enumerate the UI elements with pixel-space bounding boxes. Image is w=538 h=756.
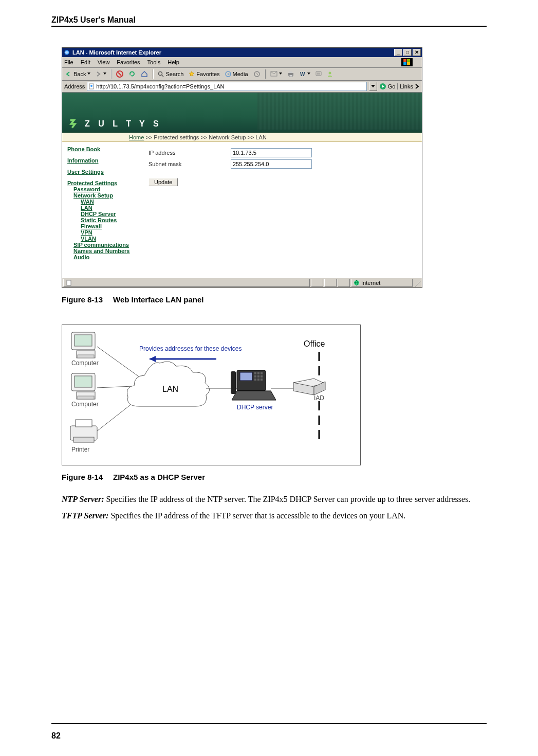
svg-rect-42 xyxy=(240,372,252,381)
computer-icon xyxy=(71,332,95,358)
crumb-home[interactable]: Home xyxy=(129,134,144,140)
mask-input[interactable] xyxy=(231,159,312,169)
ntp-term: NTP Server: xyxy=(62,495,104,503)
search-button[interactable]: Search xyxy=(156,71,185,77)
address-dropdown[interactable] xyxy=(369,82,377,91)
nav-vlan[interactable]: VLAN xyxy=(81,236,144,242)
edit-button[interactable]: W xyxy=(298,71,312,77)
address-input[interactable]: http://10.1.73.5/mp4xconfig?action=PSett… xyxy=(87,82,366,91)
svg-rect-34 xyxy=(76,420,92,427)
nav-names-numbers[interactable]: Names and Numbers xyxy=(73,248,144,254)
banner-photo xyxy=(257,93,422,130)
address-label: Address xyxy=(64,83,85,89)
zone-cell: Internet xyxy=(351,279,413,287)
lan-cloud xyxy=(127,362,210,406)
svg-rect-47 xyxy=(257,375,259,377)
svg-point-21 xyxy=(90,85,92,87)
close-button[interactable]: ✕ xyxy=(413,49,421,56)
history-button[interactable] xyxy=(252,70,262,78)
nav-network-setup[interactable]: Network Setup xyxy=(73,192,144,199)
fig-title: ZIP4x5 as a DHCP Server xyxy=(113,473,205,481)
ip-label: IP address xyxy=(149,150,231,156)
ip-input[interactable] xyxy=(231,148,312,157)
figure-8-14-diagram: Computer Computer Printer xyxy=(62,325,361,465)
minimize-button[interactable]: _ xyxy=(394,49,402,56)
svg-rect-32 xyxy=(78,396,94,399)
crumb-sep: >> xyxy=(246,134,256,140)
iad-label: IAD xyxy=(314,394,324,402)
nav-dhcp[interactable]: DHCP Server xyxy=(81,211,144,217)
office-label: Office xyxy=(304,339,325,348)
back-button[interactable]: Back xyxy=(64,71,92,77)
svg-rect-49 xyxy=(254,379,256,381)
update-button[interactable]: Update xyxy=(149,178,178,186)
svg-rect-52 xyxy=(231,371,236,394)
media-label: Media xyxy=(233,71,248,77)
nav-protected-settings[interactable]: Protected Settings xyxy=(67,180,144,186)
tftp-text: Specifies the IP address of the TFTP ser… xyxy=(108,511,405,520)
printer-label: Printer xyxy=(71,446,89,453)
menu-favorites[interactable]: Favorites xyxy=(117,59,140,65)
chevron-right-icon xyxy=(415,84,420,89)
nav-wan[interactable]: WAN xyxy=(81,199,144,205)
nav-password[interactable]: Password xyxy=(73,186,144,192)
zultys-mark-icon xyxy=(68,118,80,130)
toolbar: Back Search Fa xyxy=(62,68,422,81)
nav-audio[interactable]: Audio xyxy=(73,254,144,260)
messenger-button[interactable] xyxy=(325,71,335,77)
discuss-icon xyxy=(316,71,322,77)
discuss-button[interactable] xyxy=(314,71,323,77)
internet-zone-icon xyxy=(354,280,360,286)
resize-grip-icon[interactable] xyxy=(414,279,421,286)
svg-rect-16 xyxy=(316,71,321,76)
home-button[interactable] xyxy=(139,70,150,78)
nav-static-routes[interactable]: Static Routes xyxy=(81,217,144,223)
menu-tools[interactable]: Tools xyxy=(147,59,161,65)
nav-firewall[interactable]: Firewall xyxy=(81,223,144,229)
go-button[interactable]: Go xyxy=(379,83,396,90)
print-button[interactable] xyxy=(286,71,296,77)
svg-rect-14 xyxy=(289,75,292,77)
svg-line-36 xyxy=(97,347,144,381)
breadcrumb-bar: Home >> Protected settings >> Network Se… xyxy=(62,133,422,142)
nav-user-settings[interactable]: User Settings xyxy=(67,169,144,175)
nav-information[interactable]: Information xyxy=(67,157,144,164)
svg-rect-13 xyxy=(289,71,292,73)
menu-view[interactable]: View xyxy=(98,59,110,65)
refresh-button[interactable] xyxy=(127,70,137,78)
links-button[interactable]: Links xyxy=(397,83,420,89)
favorites-label: Favorites xyxy=(196,71,219,77)
svg-rect-45 xyxy=(261,372,263,374)
computer-label: Computer xyxy=(71,359,99,367)
maximize-button[interactable]: □ xyxy=(403,49,412,56)
stop-button[interactable] xyxy=(115,70,125,78)
svg-point-7 xyxy=(159,72,162,76)
nav-vpn[interactable]: VPN xyxy=(81,229,144,236)
mail-button[interactable] xyxy=(269,71,284,77)
provides-label: Provides addresses for these devices xyxy=(139,345,242,352)
figure-8-13-caption: Figure 8-13Web Interface LAN panel xyxy=(62,295,487,304)
svg-rect-48 xyxy=(261,375,263,377)
menu-file[interactable]: File xyxy=(64,59,73,65)
header-rule xyxy=(51,26,487,27)
nav-phone-book[interactable]: Phone Book xyxy=(67,146,144,152)
forward-button[interactable] xyxy=(94,71,108,77)
tftp-term: TFTP Server: xyxy=(62,511,108,520)
favorites-button[interactable]: Favorites xyxy=(187,71,221,77)
address-bar: Address http://10.1.73.5/mp4xconfig?acti… xyxy=(62,81,422,93)
menu-edit[interactable]: Edit xyxy=(81,59,90,65)
mask-label: Subnet mask xyxy=(149,161,231,167)
media-button[interactable]: Media xyxy=(224,71,250,77)
svg-rect-51 xyxy=(261,379,263,381)
nav-lan[interactable]: LAN xyxy=(81,205,144,211)
nav-sip[interactable]: SIP communications xyxy=(73,242,144,248)
forward-arrow-icon xyxy=(96,71,102,77)
crumb-sep: >> xyxy=(144,134,154,140)
brand-text: Z U L T Y S xyxy=(85,119,162,129)
printer-icon xyxy=(70,420,97,442)
chevron-down-icon xyxy=(307,73,310,76)
history-icon xyxy=(253,70,261,78)
menu-help[interactable]: Help xyxy=(168,59,179,65)
stop-icon xyxy=(116,70,123,78)
svg-rect-44 xyxy=(257,372,259,374)
